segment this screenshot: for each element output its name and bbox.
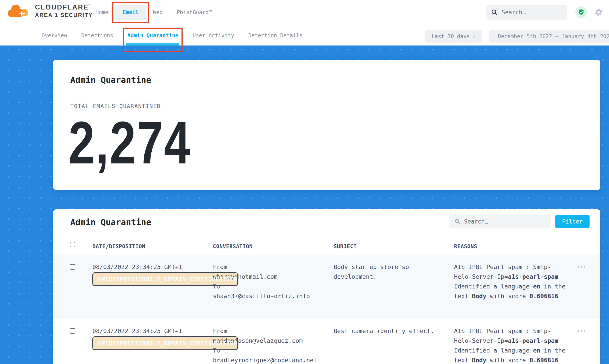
tab-user-activity[interactable]: User Activity: [192, 32, 234, 39]
row-actions-menu[interactable]: [577, 330, 585, 332]
shield-check-icon: [578, 9, 585, 16]
table-search[interactable]: [449, 215, 551, 228]
from-label: From: [213, 326, 332, 336]
cloudflare-cloud-icon: [7, 2, 31, 19]
chevron-down-icon: ▾: [473, 34, 475, 39]
top-nav-phishguard[interactable]: PhishGuard™: [177, 9, 212, 15]
quarantine-table-card: Admin Quarantine Filter DATE/DISPOSITION…: [53, 209, 600, 364]
top-nav-email[interactable]: Email: [115, 5, 146, 20]
table-row: 08/03/2022 23:34:25 GMT+1 From maddenjas…: [53, 319, 600, 364]
row-actions-menu[interactable]: [577, 266, 585, 268]
global-search-input[interactable]: [501, 9, 557, 16]
security-status-badge[interactable]: [575, 6, 587, 18]
metric-label: TOTAL EMAILS QUARANTINED: [70, 103, 161, 109]
table-card-title: Admin Quarantine: [70, 217, 151, 227]
row-date: 08/03/2022 23:34:25 GMT+1: [92, 262, 182, 272]
row-subject: Best camera identify effect.: [334, 326, 439, 336]
row-reasons: A1S IPBL Pearl spam : Smtp-Helo-Server-I…: [454, 326, 566, 364]
to-address: shawn37@castillo-ortiz.info: [213, 291, 332, 301]
row-checkbox[interactable]: [70, 264, 75, 270]
tab-detection-details[interactable]: Detection Details: [248, 32, 303, 39]
filter-button[interactable]: Filter: [555, 215, 590, 228]
metric-value: 2,274: [68, 112, 191, 174]
dot: [581, 330, 582, 332]
dot: [577, 330, 579, 332]
annotation-red-box-email: Email: [112, 2, 149, 23]
global-search[interactable]: [486, 5, 567, 20]
settings-button[interactable]: [594, 8, 603, 17]
date-range-field[interactable]: December 5th 2022 — January 4th 2023: [489, 30, 609, 43]
top-navigation: Home Email Web PhishGuard™: [95, 0, 212, 25]
row-reasons: A1S IPBL Pearl spam : Smtp-Helo-Server-I…: [454, 262, 566, 301]
disposition-badge-label: APIDISPOSITIONS.Y_DOMAIN_CONFIGURATION: [98, 338, 238, 348]
brand-name: CLOUDFLARE’: [35, 3, 93, 11]
select-all-checkbox[interactable]: [70, 242, 75, 247]
dot: [577, 266, 579, 268]
gear-icon: [594, 8, 603, 17]
dot: [583, 330, 585, 332]
dot: [583, 266, 585, 268]
table-header-row: DATE/DISPOSITION CONVERSATION SUBJECT RE…: [53, 240, 600, 255]
page-background: CLOUDFLARE’ AREA 1 SECURITY Home Email W…: [0, 0, 609, 364]
time-range-dropdown[interactable]: Last 30 days ▾: [425, 30, 482, 43]
brand-logo: CLOUDFLARE’ AREA 1 SECURITY: [7, 2, 93, 19]
column-header-subject: SUBJECT: [334, 243, 357, 250]
tab-detections[interactable]: Detections: [81, 32, 113, 39]
disposition-badge-label: APIDISPOSITIONS.Y_DOMAIN_CONFIGURATION: [98, 274, 238, 284]
annotation-red-box-admin-quarantine: [123, 28, 183, 52]
tab-overview[interactable]: Overview: [41, 32, 67, 39]
brand-tagline: AREA 1 SECURITY: [35, 12, 93, 18]
search-icon: [454, 218, 461, 225]
brand-mark: ’: [89, 3, 90, 7]
column-header-conversation: CONVERSATION: [213, 243, 252, 250]
table-search-input[interactable]: [464, 218, 530, 225]
to-address: bradleyrodriguez@copeland.net: [213, 355, 332, 364]
row-subject: Body star up store so development.: [334, 262, 439, 282]
column-header-reasons: REASONS: [454, 243, 477, 250]
top-nav-home[interactable]: Home: [95, 9, 108, 15]
summary-card-title: Admin Quarantine: [70, 75, 151, 85]
row-checkbox[interactable]: [70, 328, 75, 334]
top-nav-web[interactable]: Web: [153, 9, 162, 15]
search-icon: [491, 9, 498, 16]
top-bar: CLOUDFLARE’ AREA 1 SECURITY Home Email W…: [0, 0, 609, 25]
summary-card: Admin Quarantine TOTAL EMAILS QUARANTINE…: [53, 60, 600, 190]
from-label: From: [213, 262, 332, 272]
row-date: 08/03/2022 23:34:25 GMT+1: [92, 326, 182, 336]
dot: [581, 266, 582, 268]
column-header-date: DATE/DISPOSITION: [92, 243, 145, 250]
sub-navigation: Overview Detections Admin Quarantine Use…: [0, 25, 609, 46]
table-row: 08/03/2022 23:34:25 GMT+1 From whardy@ho…: [53, 255, 600, 319]
